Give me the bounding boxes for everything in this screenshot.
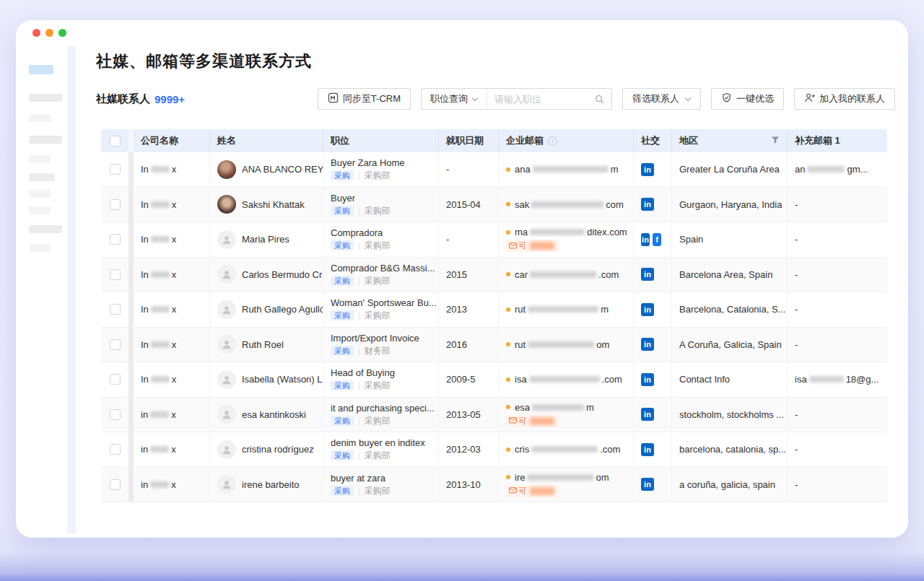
filter-contacts-button[interactable]: 筛选联系人 xyxy=(622,88,701,110)
add-to-my-contacts-button[interactable]: 加入我的联系人 xyxy=(794,88,895,110)
scrollbar-strip[interactable] xyxy=(128,188,134,222)
linkedin-icon[interactable]: in xyxy=(641,338,654,351)
region-cell: stockholm, stockholms ... xyxy=(672,398,788,432)
sync-to-crm-button[interactable]: 同步至T-CRM xyxy=(318,88,411,110)
email-line: anam xyxy=(506,164,619,175)
linkedin-icon[interactable]: in xyxy=(641,198,654,211)
position-cell: Import/Export Invoice采购|财务部 xyxy=(323,328,439,362)
email-suffix: ditex.com xyxy=(587,227,627,237)
scrollbar-strip[interactable] xyxy=(128,432,134,467)
header-position: 职位 xyxy=(323,129,439,152)
linkedin-icon[interactable]: in xyxy=(641,408,654,421)
region-cell: Spain xyxy=(672,222,788,257)
redacted-text xyxy=(531,201,603,208)
position-query-dropdown[interactable]: 职位查询 xyxy=(422,89,487,109)
row-checkbox[interactable] xyxy=(110,479,121,490)
region-cell: A Coruña, Galicia, Spain xyxy=(672,328,788,362)
social-cell: in xyxy=(634,328,672,362)
select-all-cell xyxy=(101,129,128,152)
sidebar-item[interactable] xyxy=(29,114,51,122)
name-cell: cristina rodríguez xyxy=(210,432,323,467)
row-select-cell xyxy=(101,222,128,257)
email-suffix: m xyxy=(611,164,619,175)
redacted-text xyxy=(151,271,170,278)
role-tag: 采购 xyxy=(331,206,354,216)
position-tags: 采购|采购部 xyxy=(331,276,391,286)
row-checkbox[interactable] xyxy=(110,234,121,245)
linkedin-icon[interactable]: in xyxy=(641,443,654,456)
row-checkbox[interactable] xyxy=(110,374,121,385)
position-title: Buyer Zara Home xyxy=(331,158,405,168)
email-status-dot xyxy=(506,377,510,382)
sidebar-item[interactable] xyxy=(29,136,62,144)
email-line: cris.com xyxy=(506,444,620,455)
scrollbar-strip[interactable] xyxy=(128,222,134,257)
sidebar-item[interactable] xyxy=(29,94,62,102)
filter-funnel-icon[interactable] xyxy=(771,136,780,147)
start-date-cell: 2015-04 xyxy=(439,188,499,222)
scrollbar-strip[interactable] xyxy=(128,362,134,397)
position-search-input[interactable] xyxy=(487,94,588,105)
sidebar-item[interactable] xyxy=(29,190,51,198)
email-line: maditex.com xyxy=(506,227,627,237)
linkedin-icon[interactable]: in xyxy=(641,303,654,316)
row-checkbox[interactable] xyxy=(110,164,121,175)
sidebar-item[interactable] xyxy=(29,173,55,181)
department-label: 采购部 xyxy=(365,206,391,215)
email-suffix: om xyxy=(596,472,609,483)
social-cell: in xyxy=(634,362,672,397)
row-checkbox[interactable] xyxy=(110,444,121,455)
info-icon[interactable]: i xyxy=(548,136,557,146)
name-cell: Ruth Roel xyxy=(210,328,323,362)
company-cell: Inx xyxy=(134,362,210,397)
linkedin-icon[interactable]: in xyxy=(641,373,654,386)
department-label: 采购部 xyxy=(365,381,391,390)
row-checkbox[interactable] xyxy=(110,409,121,420)
scrollbar-strip[interactable] xyxy=(128,258,134,292)
sidebar-item[interactable] xyxy=(29,225,62,233)
name-cell: Maria Pires xyxy=(210,222,323,257)
header-start-date: 就职日期 xyxy=(439,129,499,152)
scrollbar-strip[interactable] xyxy=(128,292,134,327)
row-checkbox[interactable] xyxy=(110,199,121,210)
header-extra-email: 补充邮箱 1 xyxy=(788,129,887,152)
scrollbar-strip[interactable] xyxy=(128,152,134,187)
select-all-checkbox[interactable] xyxy=(110,136,121,147)
sidebar-item[interactable] xyxy=(29,155,51,163)
sidebar-item[interactable] xyxy=(29,244,51,252)
row-checkbox[interactable] xyxy=(110,269,121,280)
contacts-table: 公司名称 姓名 职位 就职日期 企业邮箱 i 社交 地区 xyxy=(101,129,887,502)
search-icon[interactable] xyxy=(594,94,605,108)
scrollbar-strip[interactable] xyxy=(128,398,134,432)
row-checkbox[interactable] xyxy=(110,304,121,315)
department-label: 采购部 xyxy=(365,241,391,250)
table-row: InxMaria PiresCompradora采购|采购部-maditex.c… xyxy=(101,222,887,258)
linkedin-icon[interactable]: in xyxy=(641,233,650,246)
linkedin-icon[interactable]: in xyxy=(641,478,654,491)
linkedin-icon[interactable]: in xyxy=(641,268,654,281)
linkedin-icon[interactable]: in xyxy=(641,163,654,176)
scrollbar-strip[interactable] xyxy=(128,468,134,502)
scrollbar-strip[interactable] xyxy=(128,328,134,362)
header-company-email-label: 企业邮箱 xyxy=(506,134,544,147)
sidebar-item[interactable] xyxy=(29,65,53,74)
position-tags: 采购|采购部 xyxy=(331,486,391,496)
contact-name: Sakshi Khattak xyxy=(242,199,305,210)
table-row: InxANA BLANCO REYBuyer Zara Home采购|采购部-a… xyxy=(101,152,887,188)
sidebar-item[interactable] xyxy=(29,206,51,214)
email-cell: esam可 xyxy=(499,398,634,432)
sidebar-divider xyxy=(67,46,76,533)
company-name-prefix: In xyxy=(141,164,149,175)
facebook-icon[interactable]: f xyxy=(653,233,661,246)
scrollbar-strip[interactable] xyxy=(128,129,134,152)
extra-email-empty: - xyxy=(795,444,798,455)
company-cell: inx xyxy=(134,432,210,467)
badge-icon xyxy=(721,92,732,105)
row-checkbox[interactable] xyxy=(110,339,121,350)
name-cell: Sakshi Khattak xyxy=(210,188,323,222)
tag-divider: | xyxy=(358,451,360,460)
company-name-prefix: In xyxy=(141,199,149,210)
company-name-suffix: x xyxy=(172,339,177,350)
one-click-select-button[interactable]: 一键优选 xyxy=(711,88,784,110)
position-title: denim buyer en inditex xyxy=(331,438,425,448)
